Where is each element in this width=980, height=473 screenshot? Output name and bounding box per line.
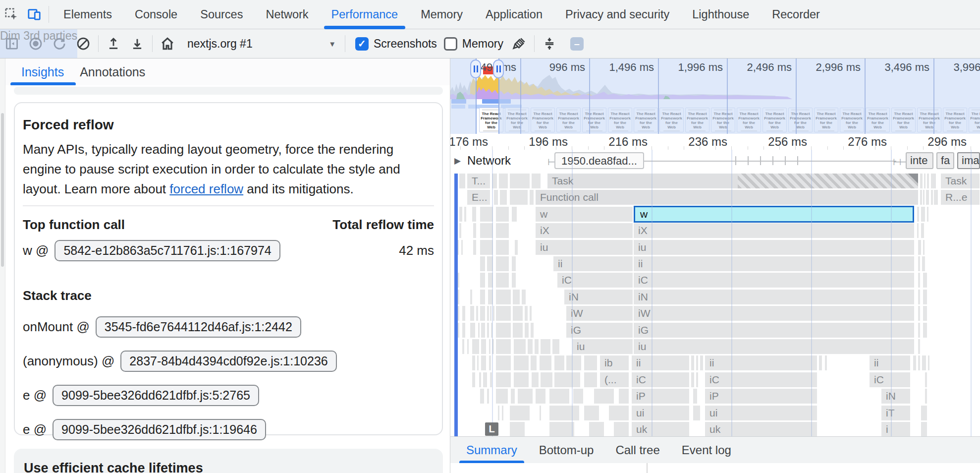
- compact-rows-icon[interactable]: [538, 33, 561, 55]
- flame-bar-sliver: [693, 406, 700, 420]
- flame-bar-sliver: [462, 339, 464, 354]
- flame-bar-ix[interactable]: iX: [634, 223, 914, 238]
- memory-label[interactable]: Memory: [462, 37, 503, 51]
- flame-bar-task[interactable]: Task: [941, 174, 980, 188]
- flame-bar-iw[interactable]: iW: [634, 306, 914, 321]
- tab-lighthouse[interactable]: Lighthouse: [681, 0, 761, 29]
- flame-bar-frame[interactable]: (...: [600, 372, 629, 387]
- flame-bar-ip[interactable]: iP: [632, 389, 689, 404]
- scrollbar-thumb[interactable]: [1, 113, 4, 267]
- flame-bar-r-e[interactable]: R...e: [941, 190, 980, 205]
- tab-memory[interactable]: Memory: [409, 0, 474, 29]
- source-location-link[interactable]: 5842-e12b863a5c711761.js:1:167974: [54, 240, 280, 261]
- sidebar-scrollbar[interactable]: [0, 59, 5, 473]
- network-chip-inte[interactable]: inte: [906, 152, 933, 169]
- tab-insights[interactable]: Insights: [21, 65, 64, 79]
- flame-bar-ix[interactable]: iX: [536, 223, 633, 238]
- collect-garbage-icon[interactable]: [507, 33, 531, 55]
- function-name: e @: [23, 388, 47, 403]
- dim-3rd-parties-checkbox[interactable]: –: [570, 37, 584, 51]
- source-location-link[interactable]: 2837-84b4d4394cd0f92e.js:1:10236: [120, 351, 336, 372]
- selection-handle-left[interactable]: [470, 59, 481, 78]
- request-tick: [748, 156, 749, 165]
- tab-performance[interactable]: Performance: [320, 0, 410, 29]
- flame-bar-ic[interactable]: iC: [557, 273, 633, 288]
- flame-bar-ui[interactable]: ui: [632, 406, 689, 420]
- forced-reflow-link[interactable]: forced reflow: [169, 181, 243, 196]
- flame-bar-ig[interactable]: iG: [566, 323, 633, 338]
- tab-console[interactable]: Console: [123, 0, 189, 29]
- flame-bar-it[interactable]: iT: [881, 406, 910, 420]
- network-chip-fa[interactable]: fa: [936, 152, 954, 169]
- selection-handle-right[interactable]: [493, 59, 504, 78]
- flame-bar-ic[interactable]: iC: [634, 273, 914, 288]
- flame-bar-w[interactable]: w: [634, 206, 914, 223]
- tab-network[interactable]: Network: [254, 0, 320, 29]
- flame-bar-ii[interactable]: ii: [632, 355, 689, 370]
- flame-bar-uk[interactable]: uk: [632, 422, 689, 436]
- flame-bar-w[interactable]: w: [536, 207, 633, 222]
- flame-bar-ic[interactable]: iC: [705, 372, 817, 387]
- tab-bottom-up[interactable]: Bottom-up: [528, 437, 605, 464]
- tab-recorder[interactable]: Recorder: [761, 0, 831, 29]
- flame-bar-iu[interactable]: iu: [572, 339, 633, 354]
- device-toolbar-icon[interactable]: [23, 4, 46, 24]
- flame-bar-in[interactable]: iN: [564, 290, 633, 304]
- flame-bar-ig[interactable]: iG: [634, 323, 914, 338]
- flame-bar-in[interactable]: iN: [881, 389, 910, 404]
- flame-bar-sliver: [934, 190, 938, 205]
- flame-bar-uk[interactable]: uk: [705, 422, 817, 436]
- flame-bar-ic[interactable]: iC: [870, 372, 910, 387]
- tab-event-log[interactable]: Event log: [671, 437, 742, 464]
- flame-bar-e[interactable]: E...: [467, 190, 490, 205]
- flame-bar-t[interactable]: T...: [467, 174, 490, 188]
- screenshots-checkbox[interactable]: ✓: [355, 37, 369, 51]
- flame-bar-ip[interactable]: iP: [705, 389, 817, 404]
- flame-row: uiuiiT: [450, 406, 980, 421]
- flame-bar-iw[interactable]: iW: [566, 306, 633, 321]
- timeline-overview[interactable]: The React Framework for the WebThe React…: [450, 59, 980, 134]
- tab-sources[interactable]: Sources: [189, 0, 254, 29]
- tab-summary[interactable]: Summary: [455, 437, 528, 464]
- flame-chart[interactable]: T...TaskTaskE...Function callR...ewwiXiX…: [450, 174, 980, 436]
- collapsed-insight-card[interactable]: [14, 87, 443, 95]
- inspect-icon[interactable]: [0, 4, 23, 24]
- tab-application[interactable]: Application: [474, 0, 554, 29]
- flame-bar-ui[interactable]: ui: [705, 406, 817, 420]
- flame-bar-ib[interactable]: ib: [600, 355, 629, 370]
- flame-bar-i[interactable]: i: [881, 422, 910, 436]
- flame-bar-iu[interactable]: iu: [536, 240, 633, 255]
- flame-bar-sliver: [922, 355, 926, 370]
- source-location-link[interactable]: 9099-5bee326dd621dfbf.js:5:2765: [53, 385, 259, 406]
- tab-elements[interactable]: Elements: [52, 0, 123, 29]
- flame-bar-in[interactable]: iN: [634, 290, 914, 304]
- save-profile-icon[interactable]: [125, 33, 149, 55]
- source-location-link[interactable]: 3545-fd6e7644112d46af.js:1:2442: [96, 316, 301, 338]
- network-chip-image[interactable]: image: [957, 152, 980, 169]
- lcp-marker[interactable]: L: [485, 422, 498, 436]
- tab-annotations[interactable]: Annotations: [80, 65, 145, 79]
- flame-bar-iu[interactable]: iu: [634, 240, 914, 255]
- flame-bar-ic[interactable]: iC: [632, 372, 689, 387]
- cache-lifetimes-card[interactable]: Use efficient cache lifetimes: [14, 449, 443, 473]
- flame-bar-sliver: [918, 273, 920, 288]
- memory-checkbox[interactable]: [444, 37, 457, 51]
- history-select[interactable]: nextjs.org #1 ▼: [187, 37, 336, 51]
- flame-bar-ii[interactable]: ii: [870, 355, 910, 370]
- source-location-link[interactable]: 9099-5bee326dd621dfbf.js:1:19646: [53, 419, 266, 440]
- flame-bar-ii[interactable]: ii: [634, 256, 914, 271]
- network-track-label[interactable]: Network: [467, 154, 511, 168]
- flame-bar-ii[interactable]: ii: [553, 256, 633, 271]
- disclosure-triangle-icon[interactable]: ▶: [454, 156, 461, 166]
- load-profile-icon[interactable]: [102, 33, 125, 55]
- flame-bar-sliver: [923, 190, 925, 205]
- flame-bar-iu[interactable]: iu: [634, 339, 914, 354]
- live-metrics-home-icon[interactable]: [156, 33, 179, 55]
- tab-call-tree[interactable]: Call tree: [604, 437, 670, 464]
- network-request[interactable]: 1950.dea8fad...: [554, 152, 644, 169]
- tab-privacy-and-security[interactable]: Privacy and security: [554, 0, 681, 29]
- flame-bar-function-call[interactable]: Function call: [536, 190, 918, 205]
- screenshots-label[interactable]: Screenshots: [374, 37, 437, 51]
- flame-bar-ii[interactable]: ii: [705, 355, 817, 370]
- flame-bar-task[interactable]: Task: [547, 174, 918, 188]
